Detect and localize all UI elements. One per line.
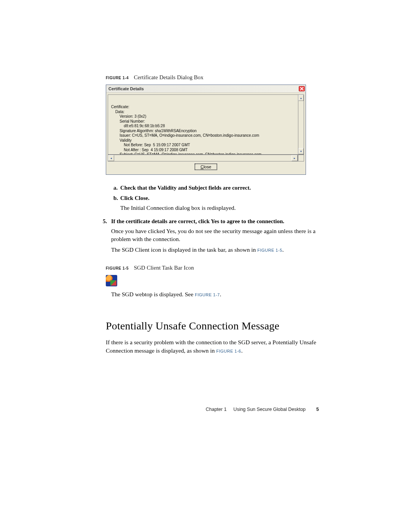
footer-title: Using Sun Secure Global Desktop bbox=[233, 407, 306, 412]
section-heading: Potentially Unsafe Connection Message bbox=[106, 320, 319, 332]
substep-b-description: The Initial Connection dialog box is red… bbox=[120, 204, 319, 212]
scroll-right-icon[interactable]: ▸ bbox=[292, 155, 298, 161]
certificate-details-dialog: Certificate Details Certificate: Data: V… bbox=[106, 85, 306, 175]
scrollbar-track[interactable] bbox=[298, 101, 304, 148]
scroll-left-icon[interactable]: ◂ bbox=[108, 155, 114, 161]
dialog-titlebar: Certificate Details bbox=[106, 85, 306, 93]
figure-1-5-caption: FIGURE 1-5 SGD Client Task Bar Icon bbox=[106, 265, 319, 271]
figure-label: FIGURE 1-5 bbox=[106, 266, 129, 270]
certificate-text: Certificate: Data: Version: 3 (0x2) Seri… bbox=[108, 94, 300, 155]
footer-page-number: 5 bbox=[316, 407, 319, 412]
certificate-text-panel: Certificate: Data: Version: 3 (0x2) Seri… bbox=[108, 94, 304, 161]
horizontal-scrollbar[interactable]: ◂ ▸ bbox=[108, 155, 298, 161]
scrollbar-corner bbox=[298, 155, 304, 161]
sgd-client-taskbar-icon bbox=[106, 275, 117, 286]
step-5-para-2: The SGD Client icon is displayed in the … bbox=[111, 246, 319, 254]
figure-1-4-caption: FIGURE 1-4 Certificate Details Dialog Bo… bbox=[106, 74, 319, 81]
step-5: 5. If the certificate details are correc… bbox=[103, 218, 319, 225]
scroll-up-icon[interactable]: ▴ bbox=[298, 95, 304, 101]
figure-1-5-ref[interactable]: FIGURE 1-5 bbox=[257, 248, 282, 252]
dialog-title: Certificate Details bbox=[108, 86, 144, 91]
step-5-para-1: Once you have clicked Yes, you do not se… bbox=[111, 227, 319, 243]
figure-title: Certificate Details Dialog Box bbox=[134, 74, 204, 80]
vertical-scrollbar[interactable]: ▴ ▾ bbox=[298, 94, 304, 155]
scrollbar-track[interactable] bbox=[114, 155, 292, 161]
figure-title: SGD Client Task Bar Icon bbox=[134, 265, 194, 271]
step-text: If the certificate details are correct, … bbox=[111, 218, 284, 225]
close-button[interactable]: Close bbox=[195, 164, 217, 170]
substep-text: Check that the Validity and Subject fiel… bbox=[120, 185, 251, 191]
step-number: 5. bbox=[103, 218, 111, 225]
figure-1-7-ref[interactable]: FIGURE 1-7 bbox=[195, 292, 220, 297]
figure-label: FIGURE 1-4 bbox=[106, 76, 129, 80]
substep-b: b. Click Close. bbox=[113, 195, 319, 201]
close-icon[interactable] bbox=[299, 86, 305, 91]
substep-text: Click Close. bbox=[120, 195, 150, 201]
page-footer: Chapter 1 Using Sun Secure Global Deskto… bbox=[106, 407, 319, 412]
webtop-para: The SGD webtop is displayed. See FIGURE … bbox=[111, 291, 319, 298]
footer-chapter: Chapter 1 bbox=[206, 407, 226, 412]
substep-marker: a. bbox=[113, 185, 120, 191]
section-para: If there is a security problem with the … bbox=[106, 338, 319, 355]
substep-marker: b. bbox=[113, 195, 120, 201]
figure-1-6-ref[interactable]: FIGURE 1-6 bbox=[216, 349, 241, 353]
scroll-down-icon[interactable]: ▾ bbox=[298, 148, 304, 154]
substep-a: a. Check that the Validity and Subject f… bbox=[113, 185, 319, 191]
